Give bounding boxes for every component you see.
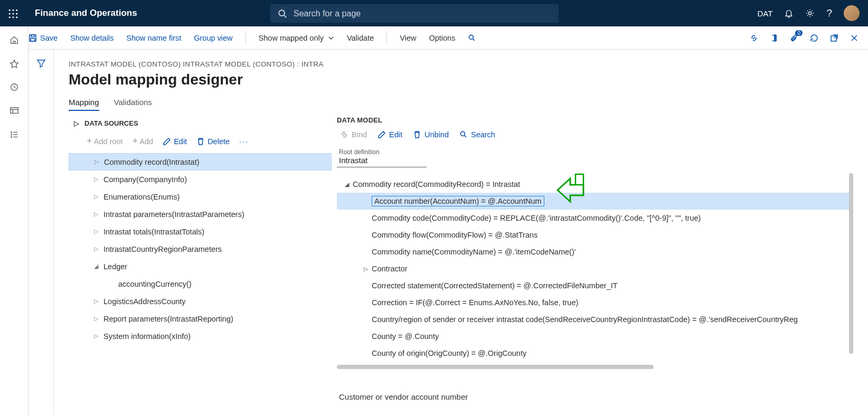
search-action-icon[interactable] (468, 33, 476, 42)
svg-point-2 (16, 9, 17, 11)
svg-point-30 (11, 134, 12, 135)
show-mapped-only-dropdown[interactable]: Show mapped only (259, 34, 334, 42)
funnel-icon[interactable] (36, 58, 46, 67)
vertical-scrollbar[interactable] (849, 173, 853, 354)
collapse-caret-icon[interactable]: ▷ (69, 119, 84, 127)
unbind-button[interactable]: Unbind (413, 130, 449, 139)
more-icon[interactable]: ··· (239, 137, 249, 146)
ds-node[interactable]: ▷Company(CompanyInfo) (69, 171, 332, 188)
popout-icon[interactable] (830, 33, 838, 42)
search-placeholder: Search for a page (294, 9, 361, 18)
dm-row[interactable]: ▷Contractor (337, 260, 853, 277)
dm-row[interactable]: Country/region of sender or receiver int… (337, 311, 853, 328)
list-icon[interactable] (10, 129, 19, 139)
clock-icon[interactable] (10, 82, 19, 92)
svg-point-3 (9, 13, 11, 14)
ds-node-label: LogisticsAddressCounty (103, 297, 186, 306)
dm-row-label: Corrected statement(CorrectedStatement) … (372, 281, 618, 290)
show-name-first-button[interactable]: Show name first (126, 34, 181, 42)
ds-node[interactable]: ▷Intrastat parameters(IntrastatParameter… (69, 205, 332, 223)
office-icon[interactable] (770, 33, 778, 42)
svg-point-8 (16, 16, 17, 18)
ds-node[interactable]: ◢Ledger (69, 258, 332, 275)
caret-right-icon[interactable]: ▷ (89, 211, 103, 218)
save-button[interactable]: Save (29, 34, 58, 42)
caret-right-icon[interactable]: ▷ (89, 315, 103, 322)
show-details-button[interactable]: Show details (70, 34, 114, 42)
tab-mapping[interactable]: Mapping (69, 98, 99, 111)
bell-icon[interactable] (784, 8, 794, 18)
svg-line-10 (284, 15, 287, 18)
root-definition-field[interactable]: Root definition Intrastat (337, 147, 427, 167)
group-view-button[interactable]: Group view (194, 34, 232, 42)
svg-line-19 (473, 39, 475, 41)
options-menu[interactable]: Options (429, 34, 455, 42)
waffle-icon[interactable] (0, 8, 26, 19)
ds-node[interactable]: ▷LogisticsAddressCounty (69, 293, 332, 310)
tab-validations[interactable]: Validations (114, 98, 152, 111)
validate-button[interactable]: Validate (347, 34, 374, 42)
caret-right-icon[interactable]: ▷ (89, 228, 103, 235)
ds-node-label: Intrastat parameters(IntrastatParameters… (103, 210, 244, 219)
dm-search-button[interactable]: Search (459, 130, 495, 139)
dm-row[interactable]: Commodity name(CommodityName) = @.'itemC… (337, 243, 853, 260)
dm-row-label: Commodity record(CommodityRecord) = Intr… (353, 180, 520, 188)
dm-row[interactable]: Commodity flow(CommodityFlow) = @.StatTr… (337, 227, 853, 243)
dm-row[interactable]: County of origin(OrigCounty) = @.OrigCou… (337, 345, 853, 362)
home-icon[interactable] (10, 35, 19, 45)
help-icon[interactable]: ? (826, 7, 832, 19)
dm-row[interactable]: Account number(AccountNum) = @.AccountNu… (337, 193, 853, 210)
ds-node[interactable]: ▷IntrastatCountryRegionParameters (69, 240, 332, 258)
caret-right-icon[interactable]: ▷ (89, 298, 103, 305)
svg-point-18 (469, 35, 474, 39)
ds-node[interactable]: accountingCurrency() (69, 275, 332, 293)
ds-node[interactable]: ▷Commodity record(Intrastat) (69, 153, 332, 171)
horizontal-scrollbar[interactable] (337, 365, 654, 369)
bind-button[interactable]: Bind (340, 130, 367, 139)
star-icon[interactable] (10, 59, 19, 69)
ds-node-label: System information(xInfo) (103, 332, 191, 341)
caret-icon[interactable]: ▷ (360, 266, 372, 272)
delete-button[interactable]: Delete (196, 137, 230, 146)
add-button[interactable]: + Add (133, 136, 154, 147)
attachments-button[interactable]: 0 (790, 33, 798, 42)
caret-down-icon[interactable]: ◢ (89, 263, 103, 270)
edit-button[interactable]: Edit (163, 137, 187, 146)
caret-icon[interactable]: ◢ (341, 181, 353, 188)
gear-icon[interactable] (805, 8, 815, 18)
company-picker[interactable]: DAT (758, 9, 773, 18)
dm-row[interactable]: Correction = IF(@.Correct = Enums.AxNoYe… (337, 294, 853, 311)
svg-point-1 (12, 9, 14, 11)
view-menu[interactable]: View (400, 34, 416, 42)
caret-right-icon[interactable]: ▷ (89, 246, 103, 252)
global-search[interactable]: Search for a page (270, 4, 559, 23)
caret-right-icon[interactable]: ▷ (89, 333, 103, 339)
ds-node-label: Commodity record(Intrastat) (104, 158, 200, 166)
caret-right-icon[interactable]: ▷ (89, 176, 103, 183)
dm-row-label: County = @.County (372, 332, 439, 341)
ds-node[interactable]: ▷Intrastat totals(IntrastatTotals) (69, 223, 332, 240)
caret-right-icon[interactable]: ▷ (89, 158, 104, 165)
dm-row[interactable]: ◢Commodity record(CommodityRecord) = Int… (337, 176, 853, 193)
breadcrumb: INTRASTAT MODEL (CONTOSO) INTRASTAT MODE… (69, 60, 853, 68)
svg-point-34 (460, 131, 465, 136)
svg-point-5 (16, 13, 17, 14)
workspace-icon[interactable] (10, 106, 19, 116)
svg-rect-16 (31, 35, 34, 37)
dm-row[interactable]: Corrected statement(CorrectedStatement) … (337, 277, 853, 294)
ds-node[interactable]: ▷System information(xInfo) (69, 327, 332, 345)
dm-row[interactable]: Commodity code(CommodityCode) = REPLACE(… (337, 210, 853, 227)
link-icon[interactable] (750, 33, 758, 42)
caret-right-icon[interactable]: ▷ (89, 193, 103, 200)
dm-row-label: Correction = IF(@.Correct = Enums.AxNoYe… (372, 298, 578, 307)
add-root-button[interactable]: + Add root (87, 136, 123, 147)
close-icon[interactable] (850, 33, 858, 42)
avatar[interactable] (844, 5, 860, 21)
dm-row[interactable]: County = @.County (337, 328, 853, 345)
refresh-icon[interactable] (810, 33, 818, 42)
svg-point-6 (9, 16, 11, 18)
ds-node[interactable]: ▷Enumerations(Enums) (69, 188, 332, 205)
ds-node[interactable]: ▷Report parameters(IntrastatReporting) (69, 310, 332, 327)
dm-edit-button[interactable]: Edit (378, 130, 402, 139)
search-icon (278, 8, 287, 18)
